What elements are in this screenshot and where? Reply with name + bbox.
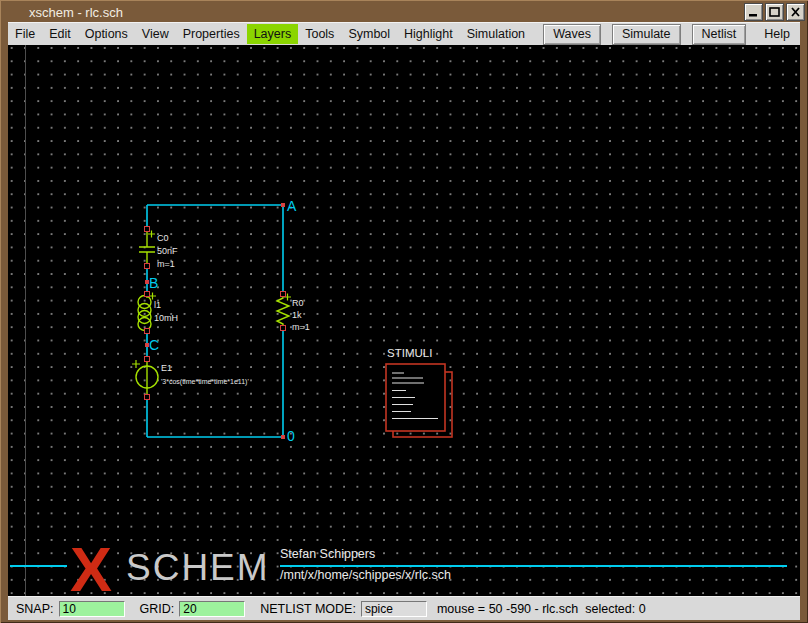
title-block-author: Stefan Schippers <box>280 547 375 561</box>
waves-button[interactable]: Waves <box>543 24 601 45</box>
menubar: File Edit Options View Properties Layers… <box>8 22 800 45</box>
menu-tools[interactable]: Tools <box>298 24 341 44</box>
menu-view[interactable]: View <box>135 24 176 44</box>
window-controls <box>744 3 805 21</box>
menu-highlight[interactable]: Highlight <box>397 24 460 44</box>
inductor-symbol[interactable]: l1 10mH <box>138 293 178 332</box>
minimize-button[interactable] <box>744 3 763 21</box>
titlebar[interactable]: xschem - rlc.sch <box>3 2 805 22</box>
grid-label: GRID: <box>140 602 175 616</box>
simulate-button[interactable]: Simulate <box>612 24 681 45</box>
capacitor-value: 50nF <box>157 246 178 256</box>
source-value: '3*cos(time*time*time*1e11)' <box>161 378 249 386</box>
capacitor-mult: m=1 <box>157 259 175 269</box>
menu-layers[interactable]: Layers <box>247 24 299 44</box>
menu-edit[interactable]: Edit <box>42 24 78 44</box>
inductor-name: l1 <box>154 300 161 310</box>
snap-label: SNAP: <box>16 602 54 616</box>
source-name: E1 <box>161 363 172 373</box>
netlist-mode-input[interactable] <box>361 601 427 617</box>
inductor-value: 10mH <box>154 313 178 323</box>
close-button[interactable] <box>786 3 805 21</box>
logo-text: SCHEM <box>126 547 270 588</box>
logo-x: X <box>70 534 112 596</box>
schematic-drawing: C0 50nF m=1 l1 10mH E1 '3*c <box>8 45 800 596</box>
xschem-window: xschem - rlc.sch File Edit Options View … <box>0 0 808 623</box>
schematic-canvas[interactable]: C0 50nF m=1 l1 10mH E1 '3*c <box>8 45 800 596</box>
resistor-value: 1k <box>292 310 302 320</box>
grid-input[interactable] <box>179 601 245 617</box>
maximize-icon <box>768 6 781 18</box>
menu-options[interactable]: Options <box>78 24 135 44</box>
menu-properties[interactable]: Properties <box>176 24 247 44</box>
netlist-button[interactable]: Netlist <box>692 24 747 45</box>
menu-file[interactable]: File <box>8 24 42 44</box>
resistor-mult: m=1 <box>292 322 310 332</box>
mouse-coordinates-status: mouse = 50 -590 - rlc.sch selected: 0 <box>437 602 646 616</box>
net-label-c[interactable]: C <box>149 337 159 353</box>
menu-help[interactable]: Help <box>757 24 797 44</box>
title-block-path: /mnt/x/home/schippes/x/rlc.sch <box>280 568 451 582</box>
net-label-b[interactable]: B <box>149 275 158 291</box>
title-block[interactable]: X SCHEM Stefan Schippers /mnt/x/home/sch… <box>10 534 787 596</box>
capacitor-name: C0 <box>157 233 169 243</box>
menu-simulation[interactable]: Simulation <box>460 24 532 44</box>
net-label-a[interactable]: A <box>287 198 297 214</box>
minimize-icon <box>747 6 760 18</box>
maximize-button[interactable] <box>765 3 784 21</box>
netlist-mode-label: NETLIST MODE: <box>260 602 356 616</box>
voltage-source-symbol[interactable]: E1 '3*cos(time*time*time*1e11)' <box>132 360 249 395</box>
menu-symbol[interactable]: Symbol <box>341 24 397 44</box>
snap-input[interactable] <box>59 601 125 617</box>
statusbar: SNAP: GRID: NETLIST MODE: mouse = 50 -59… <box>8 596 800 620</box>
net-label-0[interactable]: 0 <box>287 428 295 444</box>
window-title: xschem - rlc.sch <box>29 5 123 20</box>
stimuli-label: STIMULI <box>387 347 432 359</box>
resistor-name: R0 <box>292 298 304 308</box>
close-icon <box>789 6 802 18</box>
stimuli-block[interactable]: STIMULI <box>386 347 452 437</box>
